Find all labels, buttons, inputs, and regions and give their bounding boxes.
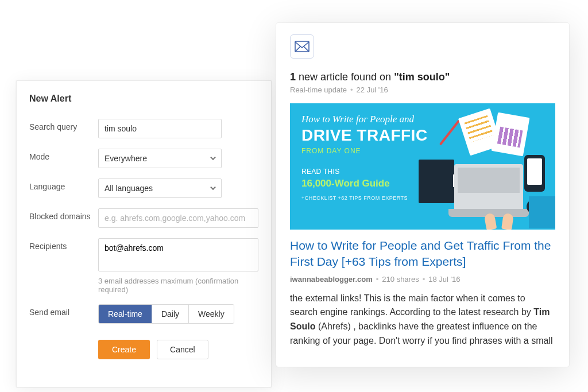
label-send-email: Send email — [29, 304, 98, 317]
recipients-input[interactable]: bot@ahrefs.com — [98, 238, 258, 271]
cancel-button[interactable]: Cancel — [157, 340, 208, 359]
send-email-realtime[interactable]: Real-time — [99, 305, 152, 323]
label-mode: Mode — [29, 149, 98, 161]
mail-icon — [290, 34, 314, 59]
send-email-segment: Real-time Daily Weekly — [98, 304, 234, 324]
label-blocked-domains: Blocked domains — [29, 208, 98, 221]
language-select[interactable]: All languages — [98, 178, 222, 198]
create-button[interactable]: Create — [98, 340, 150, 359]
send-email-weekly[interactable]: Weekly — [188, 305, 234, 323]
illustration — [398, 111, 547, 220]
label-recipients: Recipients — [29, 238, 98, 251]
article-excerpt: the external links! This is the main fac… — [290, 292, 555, 348]
mode-select[interactable]: Everywhere — [98, 149, 222, 168]
label-language: Language — [29, 178, 98, 191]
article-meta: iwannabeablogger.com•210 shares•18 Jul '… — [290, 275, 555, 284]
preview-subline: Real-time update•22 Jul '16 — [290, 86, 555, 94]
article-thumbnail: How to Write for People and DRIVE TRAFFI… — [290, 103, 555, 230]
article-title-link[interactable]: How to Write for People and Get Traffic … — [290, 238, 555, 270]
send-email-daily[interactable]: Daily — [152, 305, 188, 323]
search-query-input[interactable] — [98, 119, 222, 138]
alert-preview-card: 1 new article found on "tim soulo" Real-… — [276, 23, 569, 367]
form-title: New Alert — [29, 94, 258, 104]
recipients-hint: 3 email addresses maximum (confirmation … — [98, 277, 258, 294]
blocked-domains-input[interactable] — [98, 208, 258, 228]
new-alert-card: New Alert Search query Mode Everywhere L… — [16, 80, 272, 387]
label-search-query: Search query — [29, 119, 98, 131]
preview-headline: 1 new article found on "tim soulo" — [290, 71, 555, 83]
